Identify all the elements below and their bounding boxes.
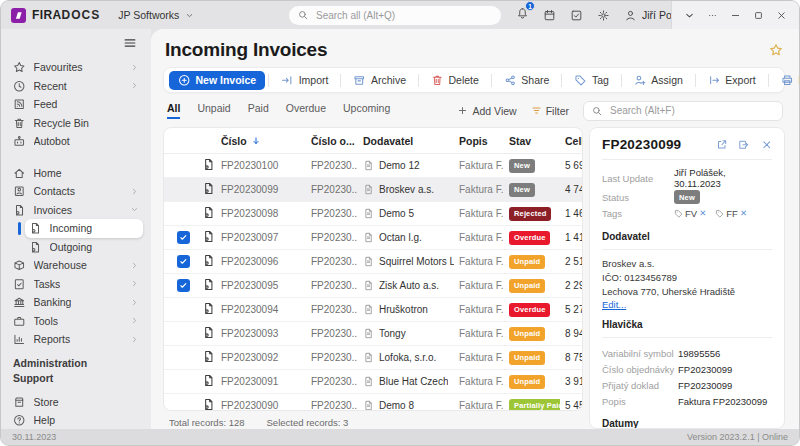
workspace-switcher[interactable]: JP Softworks xyxy=(118,9,194,21)
sidebar-item-invoices[interactable]: Invoices xyxy=(9,201,143,220)
share-icon xyxy=(504,74,517,87)
supplier-cell: Blue Hat Czech xyxy=(358,376,454,387)
column-header[interactable]: Celkem xyxy=(560,135,582,147)
maximize-icon[interactable] xyxy=(753,10,764,21)
column-header[interactable]: Dodavatel xyxy=(358,135,454,147)
list-search[interactable] xyxy=(583,101,783,121)
window-chevron-down-icon[interactable] xyxy=(684,10,695,21)
contacts-icon xyxy=(13,185,26,198)
export-button[interactable]: Export xyxy=(699,71,765,90)
row-checkbox[interactable] xyxy=(177,279,190,292)
favourite-star-icon[interactable] xyxy=(769,43,783,57)
remove-tag-icon[interactable]: ✕ xyxy=(740,208,747,218)
sidebar-item-recent[interactable]: Recent xyxy=(9,77,143,96)
sidebar-item-contacts[interactable]: Contacts xyxy=(9,182,143,201)
order-number: FP20230... xyxy=(306,352,358,363)
tag-chip[interactable]: FV✕ xyxy=(674,208,706,219)
import-button[interactable]: Import xyxy=(272,71,337,90)
close-panel-icon[interactable] xyxy=(761,139,773,151)
hamburger-menu-icon[interactable] xyxy=(123,36,137,50)
docfile-icon xyxy=(363,256,374,267)
sidebar-item-feed[interactable]: Feed xyxy=(9,95,143,114)
table-row[interactable]: FP20230096FP20230...Squirrel Motors Ltd.… xyxy=(164,250,582,274)
table-row[interactable]: FP20230094FP20230...HruškotronFaktura F.… xyxy=(164,298,582,322)
table-row[interactable]: FP20230092FP20230...Lofoka, s.r.o.Faktur… xyxy=(164,346,582,370)
list-search-input[interactable] xyxy=(608,104,774,117)
brand-left: FIRA xyxy=(32,8,62,22)
briefcase-icon xyxy=(13,315,26,328)
star-icon xyxy=(13,61,26,74)
column-header[interactable]: Popis xyxy=(454,135,504,147)
table-row[interactable]: FP20230095FP20230...Zisk Auto a.s.Faktur… xyxy=(164,274,582,298)
sidebar-item-favourites[interactable]: Favourites xyxy=(9,58,143,77)
add-view-button[interactable]: Add View xyxy=(457,105,516,117)
window-menu-dots-icon[interactable] xyxy=(707,10,718,21)
table-row[interactable]: FP20230093FP20230...TongyFaktura F...Unp… xyxy=(164,322,582,346)
chevron-down-icon xyxy=(130,205,139,214)
sidebar-item-banking[interactable]: Banking xyxy=(9,293,143,312)
sidebar-item-help[interactable]: Help xyxy=(9,411,143,430)
tag-icon xyxy=(715,209,724,218)
new-invoice-button[interactable]: New Invoice xyxy=(169,71,265,90)
row-checkbox[interactable] xyxy=(177,231,190,244)
close-icon[interactable] xyxy=(776,10,787,21)
table-row[interactable]: FP20230100FP20230...Demo 12Faktura F...N… xyxy=(164,154,582,178)
forward-icon[interactable] xyxy=(738,139,750,151)
table-row[interactable]: FP20230090FP20230...Demo 8Faktura F...Pa… xyxy=(164,394,582,411)
share-button[interactable]: Share xyxy=(495,71,559,90)
tab-paid[interactable]: Paid xyxy=(248,102,269,119)
invoice-number: FP20230100 xyxy=(216,160,306,171)
trash-icon xyxy=(431,74,444,87)
row-checkbox[interactable] xyxy=(177,255,190,268)
column-header[interactable]: Stav xyxy=(504,135,560,147)
tag-chip[interactable]: FF✕ xyxy=(715,208,747,219)
table-row[interactable]: FP20230097FP20230...Octan l.g.Faktura F.… xyxy=(164,226,582,250)
table-row[interactable]: FP20230098FP20230...Demo 5Faktura F...Re… xyxy=(164,202,582,226)
tag-button[interactable]: Tag xyxy=(565,71,617,90)
tab-upcoming[interactable]: Upcoming xyxy=(343,102,390,119)
description-cell: Faktura F... xyxy=(454,184,504,195)
sidebar-item-tasks[interactable]: Tasks xyxy=(9,275,143,294)
detail-section: DatumyPřijato30.11.2023Vystaveno29.11.20… xyxy=(602,418,772,429)
print-button[interactable]: Print xyxy=(772,71,800,90)
chevron-right-icon xyxy=(130,316,139,325)
filter-button[interactable]: Filter xyxy=(531,105,569,117)
notifications-button[interactable]: 1 xyxy=(516,6,529,24)
pluscircle-icon xyxy=(178,74,191,87)
tab-overdue[interactable]: Overdue xyxy=(286,102,326,119)
minimize-icon[interactable] xyxy=(730,10,741,21)
tab-all[interactable]: All xyxy=(167,102,180,119)
status-badge: Unpaid xyxy=(509,375,545,389)
settings-gear-icon[interactable] xyxy=(597,9,610,22)
archive-button[interactable]: Archive xyxy=(344,71,415,90)
sidebar-item-reports[interactable]: Reports xyxy=(9,330,143,349)
edit-supplier-link[interactable]: Edit... xyxy=(602,299,626,310)
sidebar-item-warehouse[interactable]: Warehouse xyxy=(9,256,143,275)
sidebar-item-incoming[interactable]: Incoming xyxy=(25,219,143,238)
column-header[interactable]: Číslo xyxy=(216,135,306,147)
sort-descending-icon[interactable] xyxy=(251,136,261,146)
global-search[interactable] xyxy=(289,6,501,25)
detail-line: Broskev a.s. xyxy=(602,257,772,271)
global-search-input[interactable] xyxy=(314,9,492,22)
sidebar-item-store[interactable]: Store xyxy=(9,393,143,412)
sidebar-item-tools[interactable]: Tools xyxy=(9,312,143,331)
column-header[interactable]: Číslo o... xyxy=(306,135,358,147)
calendar-icon[interactable] xyxy=(543,9,556,22)
tab-unpaid[interactable]: Unpaid xyxy=(197,102,230,119)
assign-button[interactable]: Assign xyxy=(625,71,692,90)
sidebar-item-autobot[interactable]: Autobot xyxy=(9,132,143,151)
description-cell: Faktura F... xyxy=(454,376,504,387)
sidebar-heading-administration: Administration xyxy=(9,356,143,371)
sidebar-item-recycle-bin[interactable]: Recycle Bin xyxy=(9,114,143,133)
delete-button[interactable]: Delete xyxy=(422,71,488,90)
open-external-icon[interactable] xyxy=(716,139,728,151)
order-number: FP20230... xyxy=(306,328,358,339)
table-row[interactable]: FP20230099FP20230...Broskev a.s.Faktura … xyxy=(164,178,582,202)
remove-tag-icon[interactable]: ✕ xyxy=(699,208,706,218)
table-row[interactable]: FP20230091FP20230...Blue Hat CzechFaktur… xyxy=(164,370,582,394)
sidebar-item-home[interactable]: Home xyxy=(9,164,143,183)
tasks-check-icon[interactable] xyxy=(570,9,583,22)
page-title: Incoming Invoices xyxy=(165,39,327,61)
sidebar-item-outgoing[interactable]: Outgoing xyxy=(25,238,143,257)
